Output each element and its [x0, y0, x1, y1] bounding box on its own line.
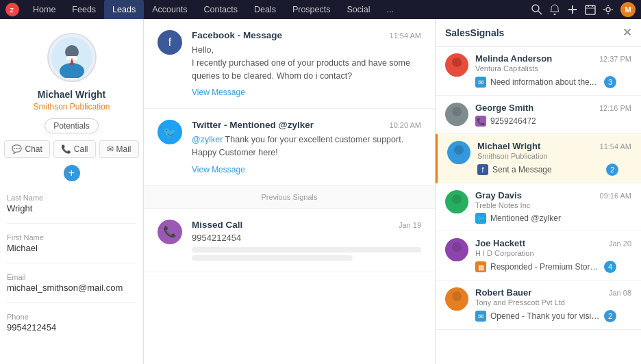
- bell-icon[interactable]: [549, 4, 560, 15]
- chat-button[interactable]: 💬 Chat: [4, 140, 49, 158]
- avatar-melinda: [445, 53, 468, 77]
- nav-deals[interactable]: Deals: [246, 0, 284, 19]
- calendar-icon[interactable]: [585, 4, 596, 15]
- badge-joe: 4: [604, 261, 616, 273]
- signal-content-twitter: Twitter - Mentioned @zylker 10:20 AM @zy…: [192, 120, 421, 174]
- previous-signals-divider: Previous Signals: [144, 186, 435, 209]
- facebook-icon: f: [158, 30, 182, 55]
- potentials-badge[interactable]: Potentials: [45, 118, 99, 133]
- signal-row-joe[interactable]: Joe Hackett Jan 20 H I D Corporation ▦ R…: [436, 231, 641, 281]
- info-robert: Robert Bauer Jan 08 Tony and Presscott P…: [475, 287, 631, 322]
- signal-text-george: 9259246472: [490, 116, 600, 126]
- signal-content-call: Missed Call Jan 19 9954212454: [192, 220, 421, 261]
- svg-line-3: [538, 11, 542, 14]
- signal-item-facebook[interactable]: f Facebook - Message 11:54 AM Hello,I re…: [144, 19, 435, 109]
- nav-accounts[interactable]: Accounts: [144, 0, 195, 19]
- svg-point-2: [532, 5, 539, 12]
- view-message-link-facebook[interactable]: View Message: [192, 88, 245, 97]
- svg-point-17: [452, 57, 462, 67]
- signal-item-call[interactable]: 📞 Missed Call Jan 19 9954212454: [144, 209, 435, 272]
- time-robert: Jan 08: [609, 289, 631, 297]
- top-navigation: Z Home Feeds Leads Accounts Contacts Dea…: [0, 0, 641, 19]
- signal-type-icon-robert: ✉: [475, 311, 486, 322]
- settings-icon[interactable]: [603, 4, 614, 15]
- first-name-field: First Name Michael: [7, 229, 136, 257]
- signal-row-michael[interactable]: Michael Wright 11:54 AM Smithson Publica…: [436, 134, 641, 183]
- svg-point-19: [452, 107, 462, 116]
- signal-type-icon-melinda: ✉: [475, 77, 486, 88]
- signal-item-twitter[interactable]: 🐦 Twitter - Mentioned @zylker 10:20 AM @…: [144, 109, 435, 186]
- nav-prospects[interactable]: Prospects: [284, 0, 339, 19]
- signal-row-robert[interactable]: Robert Bauer Jan 08 Tony and Presscott P…: [436, 281, 641, 330]
- signal-title-call: Missed Call: [192, 220, 242, 230]
- svg-point-22: [451, 155, 466, 164]
- mail-label: Mail: [116, 144, 131, 154]
- svg-point-24: [449, 204, 464, 213]
- twitter-icon: 🐦: [158, 120, 182, 144]
- close-button[interactable]: ✕: [623, 26, 631, 39]
- signal-row-melinda[interactable]: Melinda Anderson 12:37 PM Ventura Capita…: [436, 47, 641, 96]
- action-buttons: 💬 Chat 📞 Call ✉ Mail: [4, 140, 138, 158]
- signal-text-michael: Sent a Message: [492, 165, 602, 174]
- call-button[interactable]: 📞 Call: [53, 140, 96, 158]
- svg-rect-7: [586, 5, 595, 14]
- signal-type-icon-michael: f: [477, 164, 488, 175]
- user-avatar[interactable]: M: [620, 2, 636, 17]
- signal-text-twitter: @zylker Thank you for your excellent cus…: [192, 133, 421, 159]
- phone-field: Phone 9954212454: [7, 309, 136, 337]
- first-name-label: First Name: [7, 233, 136, 242]
- add-button[interactable]: +: [64, 165, 80, 181]
- mail-icon: ✉: [107, 144, 114, 154]
- divider-3: [7, 302, 136, 303]
- nav-home[interactable]: Home: [25, 0, 64, 19]
- time-george: 12:16 PM: [599, 104, 631, 112]
- signal-text-robert: Opened - Thank you for visiting...: [490, 311, 600, 321]
- company-melinda: Ventura Capitalists: [475, 64, 631, 73]
- search-icon[interactable]: [531, 4, 542, 15]
- signals-feed: f Facebook - Message 11:54 AM Hello,I re…: [144, 19, 436, 364]
- nav-contacts[interactable]: Contacts: [196, 0, 246, 19]
- svg-point-18: [449, 67, 464, 77]
- last-name-value: Wright: [7, 203, 136, 213]
- divider-2: [7, 263, 136, 263]
- signal-title: Facebook - Message: [192, 30, 282, 40]
- mention-link[interactable]: @zylker: [192, 135, 223, 144]
- signal-row-gray[interactable]: Gray Davis 09:16 AM Treble Notes Inc 🐦 M…: [436, 183, 641, 231]
- svg-point-11: [606, 8, 610, 12]
- plus-icon[interactable]: [567, 4, 578, 15]
- svg-point-28: [449, 301, 464, 311]
- company-robert: Tony and Presscott Pvt Ltd: [475, 298, 631, 307]
- view-message-link-twitter[interactable]: View Message: [192, 165, 245, 174]
- name-joe: Joe Hackett: [475, 238, 525, 248]
- signal-phone: 9954212454: [192, 233, 421, 243]
- email-value: michael_smithson@mail.com: [7, 283, 136, 293]
- signal-title-twitter: Twitter - Mentioned @zylker: [192, 120, 314, 130]
- contact-avatar: [47, 33, 97, 82]
- signal-text-joe: Responded - Premium Store - Fee...: [490, 262, 600, 272]
- signal-text: Hello,I recently purchased one of your p…: [192, 44, 421, 82]
- nav-more[interactable]: ...: [379, 0, 402, 19]
- phone-label: Phone: [7, 313, 136, 321]
- mail-button[interactable]: ✉ Mail: [99, 140, 139, 158]
- svg-point-25: [452, 242, 462, 252]
- time-melinda: 12:37 PM: [599, 55, 631, 63]
- signal-content-facebook: Facebook - Message 11:54 AM Hello,I rece…: [192, 30, 421, 97]
- sales-signals-header: SalesSignals ✕: [436, 19, 641, 47]
- signal-row-george[interactable]: George Smith 12:16 PM 📞 9259246472: [436, 96, 641, 134]
- time-michael: 11:54 AM: [600, 142, 631, 151]
- phone-value: 9954212454: [7, 322, 136, 333]
- svg-point-20: [449, 116, 464, 126]
- info-michael: Michael Wright 11:54 AM Smithson Publica…: [477, 141, 631, 176]
- signal-header-call: Missed Call Jan 19: [192, 220, 421, 230]
- last-name-label: Last Name: [7, 194, 136, 202]
- avatar-robert: [445, 287, 468, 311]
- nav-social[interactable]: Social: [338, 0, 378, 19]
- placeholder-bar-1: [192, 247, 421, 252]
- signal-text-melinda: Need information about the...: [490, 77, 600, 87]
- nav-feeds[interactable]: Feeds: [64, 0, 104, 19]
- nav-leads[interactable]: Leads: [104, 0, 144, 19]
- signal-header-twitter: Twitter - Mentioned @zylker 10:20 AM: [192, 120, 421, 130]
- svg-text:Z: Z: [10, 7, 14, 14]
- signal-time: 11:54 AM: [390, 31, 421, 40]
- signal-time-twitter: 10:20 AM: [390, 121, 421, 129]
